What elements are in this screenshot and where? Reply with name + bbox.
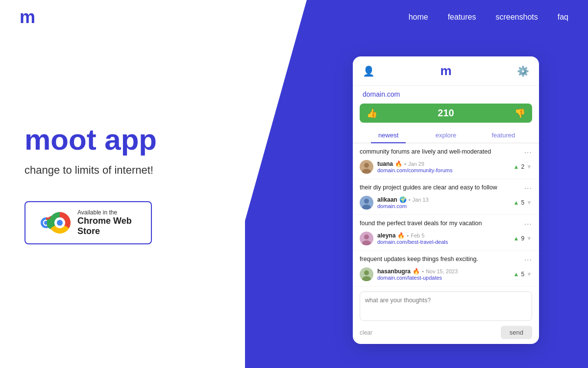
vote-count-1: 2 <box>521 163 524 170</box>
svg-point-9 <box>364 235 369 239</box>
chrome-ring <box>49 212 71 234</box>
nav-links: home features screenshots faq <box>409 13 568 22</box>
mockup-header: 👤 m ⚙️ <box>353 56 539 86</box>
nav-link-faq[interactable]: faq <box>558 13 568 22</box>
clear-button[interactable]: clear <box>360 329 372 336</box>
app-subtitle: change to limits of internet! <box>24 164 220 177</box>
comment-menu-4[interactable]: ··· <box>524 256 532 264</box>
date-2: Jan 13 <box>413 197 429 203</box>
comments-list: community forums are lively and well-mod… <box>353 143 539 287</box>
tab-explore[interactable]: explore <box>417 128 474 143</box>
app-mockup: 👤 m ⚙️ domain.com 👍 210 👎 newest explore… <box>353 56 539 344</box>
emoji-3: 🔥 <box>397 232 405 239</box>
downvote-3[interactable]: ▼ <box>526 235 532 242</box>
avatar-1 <box>360 160 373 174</box>
upvote-4[interactable]: ▲ <box>514 271 519 278</box>
navbar: m home features screenshots faq <box>0 0 588 34</box>
nav-logo: m <box>20 7 35 27</box>
svg-point-10 <box>362 240 371 245</box>
app-title: moot app <box>24 124 220 156</box>
thumbs-up-icon[interactable]: 👍 <box>367 108 377 119</box>
comment-menu-1[interactable]: ··· <box>524 148 532 157</box>
svg-point-6 <box>362 169 371 174</box>
vote-count-2: 5 <box>521 199 524 206</box>
emoji-1: 🔥 <box>395 160 402 167</box>
svg-point-8 <box>362 205 371 210</box>
domain-text: domain.com <box>363 90 400 98</box>
emoji-4: 🔥 <box>413 268 420 275</box>
username-1: tuana <box>377 160 393 167</box>
badge-text: Available in the Chrome Web Store <box>77 209 141 237</box>
vote-count-3: 9 <box>521 235 524 242</box>
nav-link-home[interactable]: home <box>409 13 428 22</box>
comment-text-2: their diy project guides are clear and e… <box>360 184 497 191</box>
comment-text-1: community forums are lively and well-mod… <box>360 148 491 155</box>
link-3[interactable]: domain.com/best-travel-deals <box>377 239 448 245</box>
avatar-2 <box>360 196 373 210</box>
comment-item: their diy project guides are clear and e… <box>353 179 539 215</box>
mockup-logo: m <box>440 63 451 79</box>
link-2[interactable]: domain.com <box>377 203 429 209</box>
mockup-tabs: newest explore featured <box>353 128 539 143</box>
tab-newest[interactable]: newest <box>360 128 417 143</box>
comment-item: frequent updates keep things fresh excit… <box>353 251 539 287</box>
date-1: Jan 29 <box>408 161 424 167</box>
date-3: Feb 5 <box>411 233 424 238</box>
downvote-2[interactable]: ▼ <box>526 199 532 206</box>
comment-menu-2[interactable]: ··· <box>524 184 532 193</box>
username-4: hasanbugra <box>377 268 411 275</box>
score-number: 210 <box>438 107 454 119</box>
nav-link-features[interactable]: features <box>448 13 476 22</box>
comment-input[interactable] <box>360 291 532 321</box>
user-icon[interactable]: 👤 <box>363 65 375 77</box>
username-2: alikaan <box>377 196 397 203</box>
thumbs-down-icon[interactable]: 👎 <box>514 108 525 119</box>
link-1[interactable]: domain.com/community-forums <box>377 167 452 173</box>
svg-point-12 <box>362 276 371 281</box>
downvote-1[interactable]: ▼ <box>526 163 532 170</box>
tab-featured[interactable]: featured <box>475 128 532 143</box>
downvote-4[interactable]: ▼ <box>526 271 532 278</box>
nav-link-screenshots[interactable]: screenshots <box>495 13 538 22</box>
hero-section: moot app change to limits of internet! <box>0 0 245 368</box>
comment-item: community forums are lively and well-mod… <box>353 143 539 179</box>
emoji-2: 🌍 <box>399 196 407 203</box>
date-4: Nov 15, 2023 <box>426 268 458 274</box>
settings-icon[interactable]: ⚙️ <box>517 65 529 77</box>
comment-menu-3[interactable]: ··· <box>524 220 532 229</box>
link-4[interactable]: domain.com/latest-updates <box>377 275 458 281</box>
score-bar: 👍 210 👎 <box>360 104 532 123</box>
input-area: clear send <box>353 287 539 344</box>
chrome-webstore-badge[interactable]: Available in the Chrome Web Store <box>24 201 152 244</box>
svg-point-5 <box>364 163 369 168</box>
svg-point-11 <box>364 270 369 275</box>
avatar-4 <box>360 267 373 281</box>
send-button[interactable]: send <box>501 326 532 339</box>
upvote-1[interactable]: ▲ <box>514 163 519 170</box>
vote-count-4: 5 <box>521 271 524 278</box>
upvote-2[interactable]: ▲ <box>514 199 519 206</box>
comment-item: found the perfect travel deals for my va… <box>353 215 539 251</box>
comment-text-3: found the perfect travel deals for my va… <box>360 220 482 227</box>
upvote-3[interactable]: ▲ <box>514 235 519 242</box>
avatar-3 <box>360 232 373 245</box>
domain-bar: domain.com <box>353 86 539 101</box>
comment-text-4: frequent updates keep things fresh excit… <box>360 256 478 263</box>
svg-point-7 <box>364 199 369 204</box>
username-3: aleyna <box>377 232 395 239</box>
